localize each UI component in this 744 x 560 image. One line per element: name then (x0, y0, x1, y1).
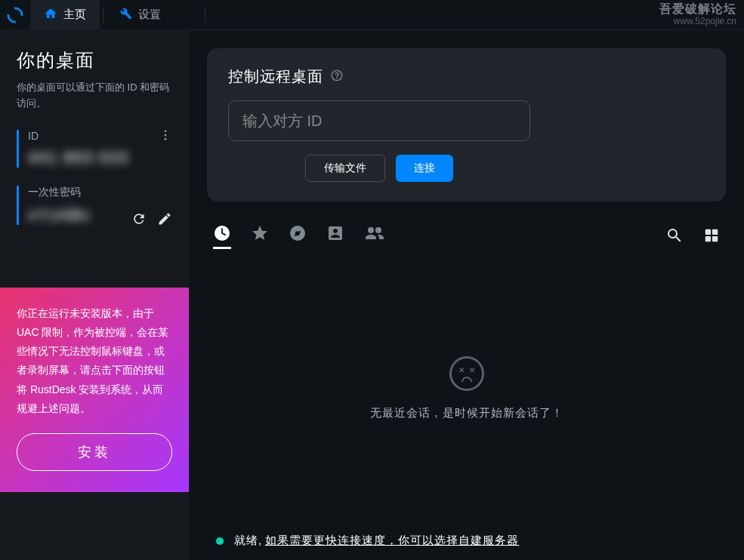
app-logo-icon (0, 0, 30, 30)
help-icon[interactable] (331, 69, 343, 84)
watermark-url: www.52pojie.cn (659, 16, 736, 26)
nav-tab-settings[interactable]: 设置 (107, 0, 174, 30)
sidebar-bottom-spacer (0, 492, 189, 560)
your-desktop-title: 你的桌面 (17, 48, 172, 72)
home-icon (44, 7, 57, 23)
tab-discovered-icon[interactable] (289, 224, 307, 249)
status-link[interactable]: 如果需要更快连接速度，你可以选择自建服务器 (265, 534, 519, 546)
nav-tab-settings-label: 设置 (138, 8, 161, 22)
grid-view-icon[interactable] (703, 227, 720, 247)
search-icon[interactable] (665, 226, 684, 248)
remote-title: 控制远程桌面 (228, 66, 323, 87)
remote-id-input[interactable] (228, 100, 530, 141)
refresh-icon[interactable] (131, 211, 147, 226)
svg-rect-9 (705, 229, 711, 234)
install-button[interactable]: 安装 (17, 433, 172, 471)
tab-address-book-icon[interactable] (326, 224, 344, 249)
your-desktop-subtitle: 你的桌面可以通过下面的 ID 和密码访问。 (17, 80, 172, 112)
more-vertical-icon[interactable] (159, 128, 172, 142)
svg-rect-12 (712, 235, 718, 241)
svg-rect-10 (712, 229, 718, 234)
edit-icon[interactable] (157, 211, 172, 226)
session-tabs (207, 220, 726, 254)
id-label: ID (28, 130, 172, 142)
svg-point-1 (165, 134, 167, 136)
top-nav: 主页 设置 吾爱破解论坛 www.52pojie.cn (0, 0, 744, 30)
install-banner: 你正在运行未安装版本，由于 UAC 限制，作为被控端，会在某些情况下无法控制鼠标… (0, 288, 189, 492)
svg-point-7 (368, 227, 374, 233)
id-block: ID 441 893 033 (0, 124, 189, 180)
transfer-file-button[interactable]: 传输文件 (305, 155, 385, 182)
watermark-title: 吾爱破解论坛 (659, 2, 736, 15)
svg-point-4 (337, 78, 338, 78)
empty-text: 无最近会话，是时候开始新会话了！ (370, 406, 563, 420)
tab-group-icon[interactable] (364, 224, 385, 249)
status-dot-icon (216, 537, 224, 545)
sidebar: 你的桌面 你的桌面可以通过下面的 ID 和密码访问。 ID 441 893 03… (0, 30, 189, 560)
nav-separator (205, 8, 205, 23)
nav-tab-home-label: 主页 (63, 8, 86, 22)
nav-tab-home[interactable]: 主页 (30, 0, 100, 30)
remote-control-card: 控制远程桌面 传输文件 连接 (207, 48, 726, 202)
status-ready: 就绪, (234, 534, 262, 546)
svg-rect-11 (705, 235, 711, 241)
empty-state: 无最近会话，是时候开始新会话了！ (189, 254, 744, 522)
watermark: 吾爱破解论坛 www.52pojie.cn (659, 2, 736, 26)
tab-recent-icon[interactable] (213, 224, 231, 249)
status-bar: 就绪, 如果需要更快连接速度，你可以选择自建服务器 (189, 522, 744, 560)
id-value: 441 893 033 (28, 148, 172, 168)
install-text: 你正在运行未安装版本，由于 UAC 限制，作为被控端，会在某些情况下无法控制鼠标… (17, 304, 172, 418)
connect-button[interactable]: 连接 (396, 155, 453, 182)
password-label: 一次性密码 (28, 186, 172, 199)
tab-favorites-icon[interactable] (251, 224, 269, 249)
svg-point-0 (165, 130, 167, 132)
sad-face-icon (449, 356, 484, 391)
wrench-icon (120, 8, 132, 22)
svg-point-8 (375, 227, 381, 233)
nav-separator (103, 8, 103, 23)
content-area: 控制远程桌面 传输文件 连接 (189, 30, 744, 560)
svg-point-2 (165, 137, 167, 140)
password-block: 一次性密码 xYzABc (0, 180, 189, 237)
